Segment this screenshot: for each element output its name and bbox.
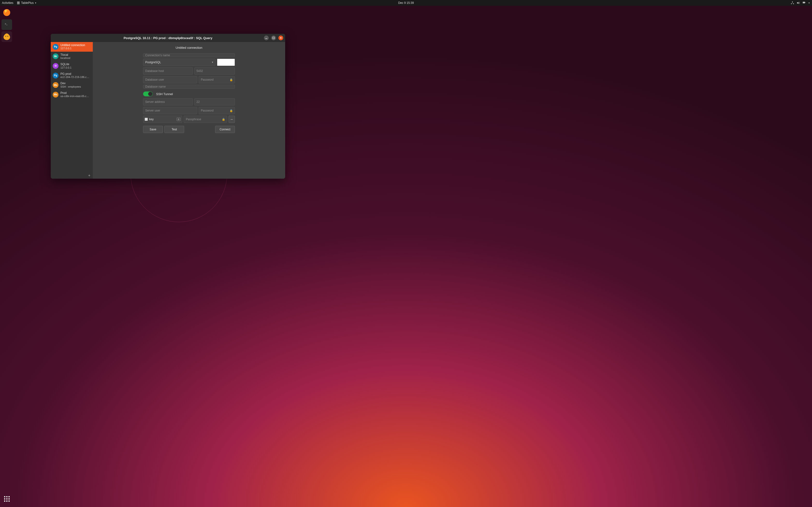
add-connection-button[interactable]: + bbox=[51, 172, 93, 179]
connection-subtitle: us-cdbr-iron-east-05.c… bbox=[60, 95, 89, 98]
network-icon[interactable] bbox=[791, 1, 794, 5]
connection-item[interactable]: PgPG prodec2-184-72-219-186.c… bbox=[51, 71, 93, 80]
connection-form-title: Untitled connection bbox=[176, 46, 203, 50]
svg-point-9 bbox=[5, 36, 6, 37]
tableplus-window: PostgreSQL 10.11 : PG prod : dbmq4p6tsce… bbox=[51, 34, 285, 179]
ssh-server-address-input[interactable] bbox=[143, 98, 193, 106]
window-title: PostgreSQL 10.11 : PG prod : dbmq4p6tsce… bbox=[123, 36, 212, 40]
dock-terminal[interactable]: >_ bbox=[1, 19, 12, 30]
file-icon bbox=[145, 118, 148, 121]
volume-icon[interactable] bbox=[797, 1, 800, 5]
clock[interactable]: Dec 9 15:39 bbox=[398, 1, 414, 5]
chevron-down-icon: ▼ bbox=[35, 2, 37, 4]
svg-point-10 bbox=[7, 36, 8, 37]
connection-item[interactable]: MsProdus-cdbr-iron-east-05.c… bbox=[51, 90, 93, 100]
database-host-input[interactable] bbox=[143, 67, 193, 74]
browse-icon: ⊞ bbox=[176, 118, 181, 121]
connection-color-picker[interactable] bbox=[217, 59, 235, 66]
svg-rect-11 bbox=[265, 38, 267, 39]
connection-name: Prod bbox=[60, 91, 89, 95]
database-driver-select[interactable]: PostgreSQL bbox=[143, 59, 215, 66]
ssh-passphrase-input[interactable] bbox=[184, 116, 227, 123]
database-name-input[interactable] bbox=[143, 85, 235, 89]
connections-sidebar: PgUntitled connection127.0.0.1MrTlocallo… bbox=[51, 42, 93, 179]
close-button[interactable] bbox=[278, 36, 283, 40]
app-menu-label: TablePlus bbox=[21, 1, 34, 5]
connect-button[interactable]: Connect bbox=[215, 126, 235, 133]
connection-form-panel: Untitled connection PostgreSQL ▼ bbox=[93, 42, 285, 179]
lock-icon: 🔒 bbox=[230, 78, 233, 81]
ssh-key-file-picker[interactable]: key ⊞ bbox=[143, 116, 182, 123]
connection-item[interactable]: MsDevSSH : employees bbox=[51, 80, 93, 90]
connection-name: PG prod bbox=[60, 72, 89, 75]
remove-key-button[interactable]: – bbox=[229, 116, 235, 123]
db-type-badge: Pg bbox=[53, 44, 58, 50]
tableplus-menu-icon bbox=[17, 1, 20, 5]
db-type-badge: Ms bbox=[53, 82, 58, 88]
svg-rect-5 bbox=[803, 2, 805, 3]
ssh-tunnel-toggle[interactable] bbox=[143, 92, 153, 96]
db-type-badge: Pg bbox=[53, 73, 58, 78]
connection-item[interactable]: PgUntitled connection127.0.0.1 bbox=[51, 42, 93, 52]
db-type-badge: Mr bbox=[53, 53, 58, 59]
system-menu-caret-icon[interactable]: ▼ bbox=[808, 2, 810, 4]
window-titlebar[interactable]: PostgreSQL 10.11 : PG prod : dbmq4p6tsce… bbox=[51, 34, 285, 42]
test-button[interactable]: Test bbox=[164, 126, 184, 133]
ssh-key-label: key bbox=[149, 118, 154, 121]
connection-name: Tlocal bbox=[60, 53, 70, 56]
show-applications[interactable] bbox=[1, 494, 12, 504]
connection-item[interactable]: MrTlocallocahost bbox=[51, 52, 93, 61]
connection-item[interactable]: SlSQLite127.0.0.1 bbox=[51, 61, 93, 71]
minimize-button[interactable] bbox=[264, 36, 269, 40]
connection-subtitle: locahost bbox=[60, 56, 70, 60]
connection-name: Untitled connection bbox=[60, 44, 85, 47]
connection-subtitle: 127.0.0.1 bbox=[60, 66, 71, 69]
connection-name-input[interactable] bbox=[143, 53, 235, 57]
dock-firefox[interactable] bbox=[1, 7, 12, 18]
connection-subtitle: SSH : employees bbox=[60, 85, 81, 89]
maximize-button[interactable] bbox=[271, 36, 276, 40]
ssh-user-input[interactable] bbox=[143, 107, 197, 114]
database-user-input[interactable] bbox=[143, 76, 197, 83]
svg-rect-12 bbox=[273, 37, 274, 39]
connection-subtitle: ec2-184-72-219-186.c… bbox=[60, 75, 89, 79]
lock-icon: 🔒 bbox=[230, 109, 233, 112]
dock-tableplus[interactable] bbox=[1, 32, 12, 42]
svg-text:>_: >_ bbox=[5, 22, 8, 25]
dock: >_ bbox=[0, 6, 13, 507]
app-menu[interactable]: TablePlus ▼ bbox=[17, 1, 37, 5]
gnome-top-bar: Activities TablePlus ▼ Dec 9 15:39 ▼ bbox=[0, 0, 812, 6]
ssh-port-input[interactable] bbox=[194, 98, 235, 106]
database-port-input[interactable] bbox=[194, 67, 235, 74]
ssh-tunnel-label: SSH Tunnel bbox=[156, 92, 173, 96]
connection-name: SQLite bbox=[60, 62, 71, 66]
lock-icon: 🔒 bbox=[222, 118, 225, 121]
svg-rect-4 bbox=[805, 2, 806, 3]
activities-button[interactable]: Activities bbox=[2, 1, 13, 5]
svg-point-0 bbox=[792, 1, 793, 2]
db-type-badge: Sl bbox=[53, 63, 58, 69]
connection-name: Dev bbox=[60, 81, 81, 85]
battery-icon[interactable] bbox=[802, 1, 806, 5]
connection-subtitle: 127.0.0.1 bbox=[60, 47, 85, 50]
db-type-badge: Ms bbox=[53, 92, 58, 98]
save-button[interactable]: Save bbox=[143, 126, 163, 133]
